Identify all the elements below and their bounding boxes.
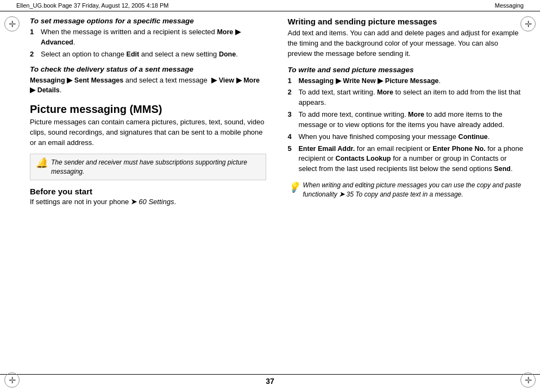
page-header: Ellen_UG.book Page 37 Friday, August 12,… xyxy=(0,0,540,11)
right-step-2: 2 To add text, start writing. More to se… xyxy=(288,87,524,108)
tip-box: 💡 When writing and editing picture messa… xyxy=(288,181,524,199)
corner-decoration-tl xyxy=(4,16,20,31)
section1-heading: To set message options for a specific me… xyxy=(30,17,266,25)
right-step-4: 4 When you have finished composing your … xyxy=(288,132,524,142)
corner-decoration-br xyxy=(520,372,536,388)
before-start-body: If settings are not in your phone ➤ 60 S… xyxy=(30,197,266,207)
main-content: To set message options for a specific me… xyxy=(0,11,540,357)
note-icon: 🔔 xyxy=(36,158,47,168)
corner-decoration-tr xyxy=(520,16,536,31)
page-number: 37 xyxy=(266,377,274,385)
left-column: To set message options for a specific me… xyxy=(30,17,272,352)
page-footer: 37 xyxy=(0,374,540,385)
tip-text: When writing and editing picture message… xyxy=(303,181,524,199)
section2-heading: To check the delivery status of a sent m… xyxy=(30,65,266,73)
right-steps: 1 Messaging ▶ Write New ▶ Picture Messag… xyxy=(288,76,524,175)
right-section2-heading: To write and send picture messages xyxy=(288,66,524,74)
header-left: Ellen_UG.book Page 37 Friday, August 12,… xyxy=(16,2,168,9)
tip-icon: 💡 xyxy=(288,181,299,194)
right-section1-heading: Writing and sending picture messages xyxy=(288,17,524,26)
picture-messaging-heading: Picture messaging (MMS) xyxy=(30,103,266,116)
right-step-3: 3 To add more text, continue writing. Mo… xyxy=(288,110,524,130)
corner-decoration-bl xyxy=(4,372,20,388)
step-1: 1 When the message is written and a reci… xyxy=(30,27,266,48)
page: Ellen_UG.book Page 37 Friday, August 12,… xyxy=(0,0,540,392)
before-start-heading: Before you start xyxy=(30,187,266,196)
note-box: 🔔 The sender and receiver must have subs… xyxy=(30,154,266,181)
note-text: The sender and receiver must have subscr… xyxy=(51,158,260,176)
header-right: Messaging xyxy=(495,2,524,9)
right-step-1: 1 Messaging ▶ Write New ▶ Picture Messag… xyxy=(288,76,524,86)
step-2: 2 Select an option to change Edit and se… xyxy=(30,49,266,60)
section2-nav: Messaging ▶ Sent Messages and select a t… xyxy=(30,75,266,96)
picture-messaging-body: Picture messages can contain camera pict… xyxy=(30,117,266,148)
section1-steps: 1 When the message is written and a reci… xyxy=(30,27,266,60)
right-step-5: 5 Enter Email Addr. for an email recipie… xyxy=(288,144,524,175)
right-column: Writing and sending picture messages Add… xyxy=(282,17,524,352)
right-section1-body: Add text and items. You can add and dele… xyxy=(288,28,524,59)
